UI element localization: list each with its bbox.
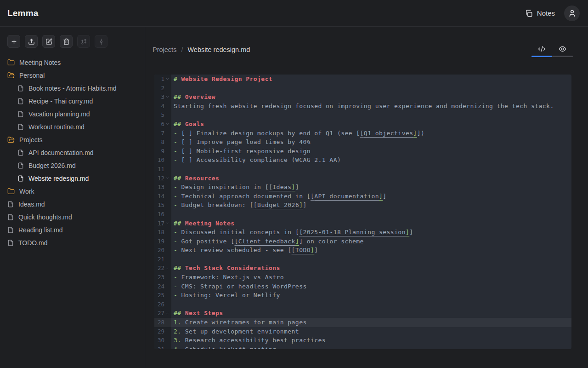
wikilink-budget-2026[interactable]: Budget 2026 xyxy=(257,201,299,208)
sidebar-folder-projects[interactable]: Projects xyxy=(0,133,145,146)
code-line-content[interactable] xyxy=(171,165,174,174)
code-line-content[interactable] xyxy=(171,210,174,219)
code-line-content[interactable]: 1. Create wireframes for main pages xyxy=(171,318,307,327)
code-line-content[interactable]: - [ ] Improve page load times by 40% xyxy=(171,138,311,147)
code-line-content[interactable]: - Got positive [[Client feedback]] on co… xyxy=(171,237,364,246)
code-line-content[interactable]: - Hosting: Vercel or Netlify xyxy=(171,291,280,300)
new-note-button[interactable] xyxy=(7,35,20,48)
code-line-content[interactable]: - Technical approach documented in [[API… xyxy=(171,192,387,201)
breadcrumb-parent[interactable]: Projects xyxy=(153,46,176,53)
wikilink-todo[interactable]: TODO xyxy=(295,247,311,253)
sidebar-file-budget-2026-md[interactable]: Budget 2026.md xyxy=(0,159,145,172)
code-line-content[interactable]: - [ ] Accessibility compliance (WCAG 2.1… xyxy=(171,155,341,165)
editor-line-16[interactable]: 16 xyxy=(154,210,571,219)
commit-note-button[interactable] xyxy=(95,35,107,48)
code-line-content[interactable]: ## Meeting Notes xyxy=(171,219,234,228)
editor-line-30[interactable]: 303. Research accessibility best practic… xyxy=(154,336,571,345)
wikilink-2025-01-18-planning-session[interactable]: 2025-01-18 Planning session xyxy=(303,229,405,236)
sidebar-file-todo-md[interactable]: TODO.md xyxy=(0,236,145,249)
editor-line-13[interactable]: 13- Design inspiration in [[Ideas]] xyxy=(154,183,571,192)
code-line-content[interactable]: 4. Schedule kickoff meeting xyxy=(171,345,276,349)
editor-line-7[interactable]: 7- [ ] Finalize design mockups by end of… xyxy=(154,129,571,138)
sidebar-file-workout-routine-md[interactable]: Workout routine.md xyxy=(0,121,145,133)
editor-line-2[interactable]: 2 xyxy=(154,84,571,93)
editor-line-21[interactable]: 21 xyxy=(154,255,571,264)
markdown-editor[interactable]: 1# Website Redesign Project23## Overview… xyxy=(154,75,571,349)
edit-note-button[interactable] xyxy=(42,35,55,48)
editor-line-29[interactable]: 292. Set up development environment xyxy=(154,327,571,336)
editor-line-6[interactable]: 6## Goals xyxy=(154,120,571,129)
editor-line-31[interactable]: 314. Schedule kickoff meeting xyxy=(154,345,571,349)
editor-line-26[interactable]: 26 xyxy=(154,300,571,309)
editor-line-28[interactable]: 281. Create wireframes for main pages xyxy=(154,318,571,327)
code-line-content[interactable]: - [ ] Mobile-first responsive design xyxy=(171,147,311,156)
editor-line-15[interactable]: 15- Budget breakdown: [[Budget 2026]] xyxy=(154,201,571,210)
sidebar-file-book-notes-atomic-habits-md[interactable]: Book notes - Atomic Habits.md xyxy=(0,82,145,95)
fold-chevron-down-icon[interactable] xyxy=(164,220,170,226)
wikilink-client-feedback[interactable]: Client feedback xyxy=(238,238,295,245)
editor-line-5[interactable]: 5 xyxy=(154,110,571,120)
fold-chevron-down-icon[interactable] xyxy=(164,94,170,100)
code-line-content[interactable]: - [ ] Finalize design mockups by end of … xyxy=(171,129,424,138)
editor-line-3[interactable]: 3## Overview xyxy=(154,92,571,102)
code-line-content[interactable]: - Next review scheduled - see [[TODO]] xyxy=(171,246,318,255)
code-line-content[interactable]: - Design inspiration in [[Ideas]] xyxy=(171,183,299,192)
editor-line-23[interactable]: 23- Framework: Next.js vs Astro xyxy=(154,273,571,282)
code-line-content[interactable]: ## Next Steps xyxy=(171,309,223,318)
code-line-content[interactable] xyxy=(171,84,174,93)
code-line-content[interactable]: ## Goals xyxy=(171,120,204,129)
code-line-content[interactable] xyxy=(171,255,174,264)
editor-line-18[interactable]: 18- Discussed initial concepts in [[2025… xyxy=(154,228,571,237)
editor-line-22[interactable]: 22## Tech Stack Considerations xyxy=(154,264,571,273)
editor-line-25[interactable]: 25- Hosting: Vercel or Netlify xyxy=(154,291,571,300)
sidebar-file-api-documentation-md[interactable]: API documentation.md xyxy=(0,146,145,159)
code-line-content[interactable]: - Framework: Next.js vs Astro xyxy=(171,273,284,282)
sidebar-file-reading-list-md[interactable]: Reading list.md xyxy=(0,224,145,236)
sidebar-file-ideas-md[interactable]: Ideas.md xyxy=(0,198,145,211)
tab-code-view[interactable] xyxy=(531,42,552,56)
upload-button[interactable] xyxy=(25,35,38,48)
fold-chevron-down-icon[interactable] xyxy=(164,76,170,82)
code-line-content[interactable]: ## Overview xyxy=(171,92,215,102)
editor-line-10[interactable]: 10- [ ] Accessibility compliance (WCAG 2… xyxy=(154,155,571,165)
tab-preview-view[interactable] xyxy=(552,42,573,56)
editor-line-24[interactable]: 24- CMS: Strapi or headless WordPress xyxy=(154,282,571,291)
sidebar-file-website-redesign-md[interactable]: Website redesign.md xyxy=(0,172,145,185)
code-line-content[interactable]: Starting fresh website redesign focused … xyxy=(171,102,554,111)
code-line-content[interactable]: ## Tech Stack Considerations xyxy=(171,264,280,273)
editor-line-1[interactable]: 1# Website Redesign Project xyxy=(154,75,571,84)
editor-line-19[interactable]: 19- Got positive [[Client feedback]] on … xyxy=(154,237,571,246)
editor-line-11[interactable]: 11 xyxy=(154,165,571,174)
code-line-content[interactable]: ## Resources xyxy=(171,174,219,183)
fold-chevron-down-icon[interactable] xyxy=(164,310,170,316)
editor-line-4[interactable]: 4Starting fresh website redesign focused… xyxy=(154,102,571,111)
fold-chevron-down-icon[interactable] xyxy=(164,175,170,181)
editor-line-17[interactable]: 17## Meeting Notes xyxy=(154,219,571,228)
delete-note-button[interactable] xyxy=(60,35,73,48)
notes-button[interactable]: Notes xyxy=(525,9,555,17)
editor-line-14[interactable]: 14- Technical approach documented in [[A… xyxy=(154,192,571,201)
editor-line-8[interactable]: 8- [ ] Improve page load times by 40% xyxy=(154,138,571,147)
sidebar-folder-work[interactable]: Work xyxy=(0,185,145,198)
code-line-content[interactable]: - Discussed initial concepts in [[2025-0… xyxy=(171,228,413,237)
code-line-content[interactable]: - CMS: Strapi or headless WordPress xyxy=(171,282,307,291)
wikilink-ideas[interactable]: Ideas xyxy=(272,184,291,190)
sidebar-folder-personal[interactable]: Personal xyxy=(0,69,145,82)
code-line-content[interactable]: # Website Redesign Project xyxy=(171,75,272,84)
wikilink-api-documentation[interactable]: API documentation xyxy=(314,193,379,200)
editor-line-12[interactable]: 12## Resources xyxy=(154,174,571,183)
code-line-content[interactable]: 2. Set up development environment xyxy=(171,327,299,336)
avatar-button[interactable] xyxy=(564,6,580,21)
sidebar-folder-meeting-notes[interactable]: Meeting Notes xyxy=(0,56,145,69)
code-line-content[interactable]: - Budget breakdown: [[Budget 2026]] xyxy=(171,201,307,210)
sidebar-file-quick-thoughts-md[interactable]: Quick thoughts.md xyxy=(0,211,145,224)
wikilink-q1-objectives[interactable]: Q1 objectives xyxy=(364,130,413,137)
fold-chevron-down-icon[interactable] xyxy=(164,121,170,127)
code-line-content[interactable] xyxy=(171,300,174,309)
sidebar-file-vacation-planning-md[interactable]: Vacation planning.md xyxy=(0,108,145,121)
compare-notes-button[interactable] xyxy=(77,35,90,48)
fold-chevron-down-icon[interactable] xyxy=(164,265,170,271)
code-line-content[interactable]: 3. Research accessibility best practices xyxy=(171,336,326,345)
editor-line-27[interactable]: 27## Next Steps xyxy=(154,309,571,318)
code-line-content[interactable] xyxy=(171,110,174,120)
